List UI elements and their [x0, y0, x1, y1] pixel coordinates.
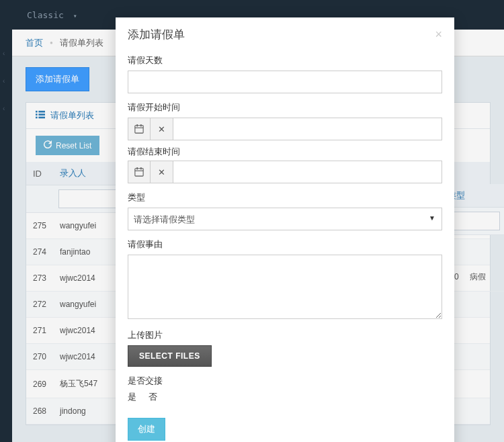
reason-textarea[interactable]	[128, 255, 442, 319]
start-time-label: 请假开始时间	[128, 101, 442, 114]
clear-icon[interactable]: ✕	[151, 161, 173, 183]
svg-rect-13	[140, 167, 141, 170]
end-time-input[interactable]	[173, 161, 442, 183]
handover-label: 是否交接	[128, 375, 442, 387]
svg-rect-9	[140, 124, 141, 127]
select-files-button[interactable]: SELECT FILES	[128, 345, 212, 367]
end-time-label: 请假结束时间	[128, 146, 442, 158]
calendar-icon[interactable]	[128, 118, 151, 140]
type-select[interactable]: 请选择请假类型	[128, 208, 442, 230]
handover-no-option[interactable]: 否	[149, 391, 157, 403]
days-input[interactable]	[128, 71, 442, 93]
create-button[interactable]: 创建	[128, 418, 165, 441]
calendar-icon[interactable]	[128, 161, 151, 183]
modal-title: 添加请假单	[128, 27, 185, 42]
add-leave-modal: 添加请假单 × 请假天数 请假开始时间 ✕ 请假结束时间 ✕	[116, 17, 454, 442]
svg-rect-10	[135, 169, 143, 176]
type-label: 类型	[128, 191, 442, 204]
svg-rect-8	[137, 124, 138, 127]
reason-label: 请假事由	[128, 238, 442, 251]
svg-rect-6	[135, 126, 143, 133]
start-time-input[interactable]	[173, 118, 442, 140]
svg-rect-12	[137, 167, 138, 170]
close-icon[interactable]: ×	[435, 28, 442, 42]
clear-icon[interactable]: ✕	[151, 118, 173, 140]
upload-label: 上传图片	[128, 329, 442, 341]
days-label: 请假天数	[128, 54, 442, 67]
handover-yes-option[interactable]: 是	[128, 391, 136, 403]
